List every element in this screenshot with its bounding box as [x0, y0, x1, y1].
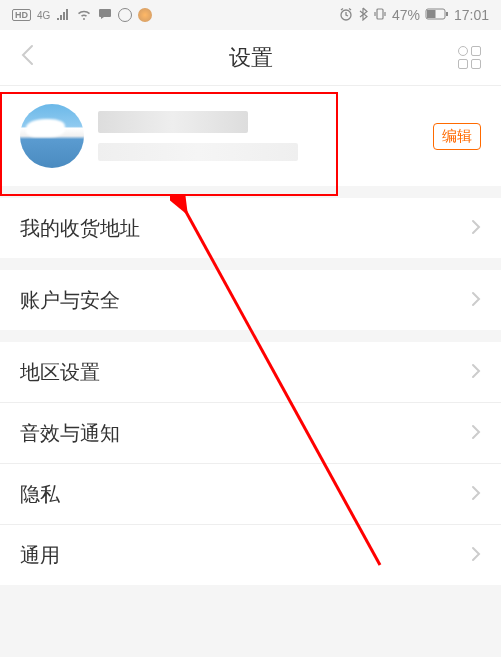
hd-badge: HD: [12, 9, 31, 21]
grid-icon[interactable]: [458, 46, 481, 69]
svg-rect-4: [446, 12, 448, 16]
status-left: HD 4G: [12, 7, 152, 23]
separator: [0, 258, 501, 270]
svg-rect-1: [377, 9, 383, 19]
status-bar: HD 4G 47% 17:01: [0, 0, 501, 30]
chevron-right-icon: [471, 542, 481, 568]
profile-section[interactable]: 编辑: [0, 86, 501, 186]
chevron-right-icon: [471, 420, 481, 446]
avatar: [20, 104, 84, 168]
username-redacted: [98, 111, 248, 133]
battery-percent: 47%: [392, 7, 420, 23]
firefox-icon: [138, 8, 152, 22]
chevron-right-icon: [471, 481, 481, 507]
header-bar: 设置: [0, 30, 501, 86]
back-icon[interactable]: [20, 44, 34, 72]
vibrate-icon: [373, 7, 387, 24]
menu-label: 我的收货地址: [20, 215, 140, 242]
menu-label: 音效与通知: [20, 420, 120, 447]
bluetooth-icon: [358, 7, 368, 24]
menu-label: 地区设置: [20, 359, 100, 386]
signal-icon: [56, 7, 70, 23]
menu-account-security[interactable]: 账户与安全: [0, 270, 501, 330]
network-type: 4G: [37, 10, 50, 21]
svg-rect-3: [427, 10, 436, 18]
menu-label: 账户与安全: [20, 287, 120, 314]
menu-region[interactable]: 地区设置: [0, 342, 501, 402]
separator: [0, 186, 501, 198]
chat-icon: [98, 7, 112, 23]
menu-privacy[interactable]: 隐私: [0, 464, 501, 524]
edit-button[interactable]: 编辑: [433, 123, 481, 150]
menu-sound-notify[interactable]: 音效与通知: [0, 403, 501, 463]
chevron-right-icon: [471, 215, 481, 241]
userdetail-redacted: [98, 143, 298, 161]
menu-general[interactable]: 通用: [0, 525, 501, 585]
menu-label: 通用: [20, 542, 60, 569]
wifi-icon: [76, 7, 92, 23]
profile-info: [98, 111, 433, 161]
separator: [0, 330, 501, 342]
browser-icon: [118, 8, 132, 22]
menu-label: 隐私: [20, 481, 60, 508]
alarm-icon: [339, 7, 353, 24]
page-title: 设置: [229, 43, 273, 73]
time: 17:01: [454, 7, 489, 23]
chevron-right-icon: [471, 287, 481, 313]
battery-icon: [425, 7, 449, 23]
chevron-right-icon: [471, 359, 481, 385]
status-right: 47% 17:01: [339, 7, 489, 24]
menu-shipping-address[interactable]: 我的收货地址: [0, 198, 501, 258]
